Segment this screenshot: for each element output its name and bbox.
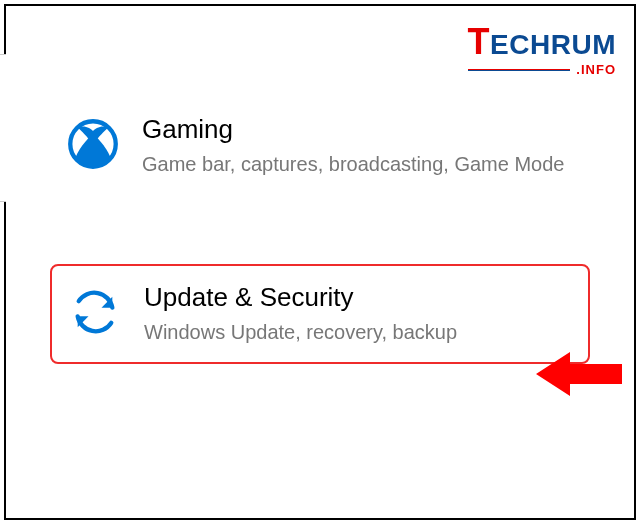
watermark-underline — [468, 69, 571, 71]
settings-item-update-security[interactable]: Update & Security Windows Update, recove… — [50, 264, 590, 364]
settings-item-gaming[interactable]: Gaming Game bar, captures, broadcasting,… — [50, 98, 590, 194]
xbox-icon — [67, 118, 119, 174]
settings-item-description: Game bar, captures, broadcasting, Game M… — [142, 151, 578, 178]
settings-item-description: Windows Update, recovery, backup — [144, 319, 576, 346]
settings-category-list: Gaming Game bar, captures, broadcasting,… — [50, 98, 590, 364]
watermark-logo: T ECHRUM .INFO — [468, 24, 616, 77]
watermark-t: T — [468, 24, 491, 60]
watermark-rest: ECHRUM — [490, 31, 616, 59]
settings-item-title: Gaming — [142, 114, 578, 145]
annotation-arrow-icon — [536, 346, 622, 402]
watermark-sub: .INFO — [576, 62, 616, 77]
settings-item-title: Update & Security — [144, 282, 576, 313]
sync-icon — [69, 286, 121, 342]
cutoff-edge — [0, 54, 6, 202]
screenshot-frame: T ECHRUM .INFO Gaming Game bar, captu — [4, 4, 636, 520]
svg-marker-1 — [536, 352, 622, 396]
